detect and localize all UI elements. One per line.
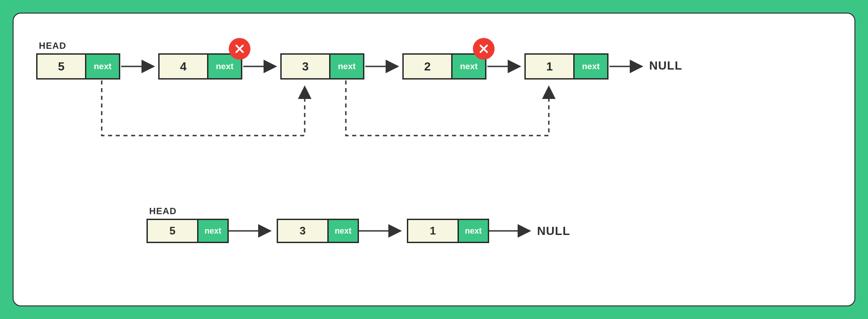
delete-badge-node-4 [473,38,495,60]
bottom-node-1: 5 next [146,219,229,243]
node-next-label: next [198,220,227,242]
head-label-top: HEAD [39,41,66,51]
null-label-bottom: NULL [537,224,570,238]
top-node-3: 3 next [280,53,364,80]
node-value: 2 [404,55,453,78]
top-node-4: 2 next [402,53,486,80]
top-node-5: 1 next [524,53,609,80]
node-value: 1 [526,55,575,78]
node-value: 3 [278,220,329,242]
null-label-top: NULL [649,59,682,73]
head-label-bottom: HEAD [149,206,177,216]
node-value: 5 [38,55,86,78]
node-next-label: next [330,55,363,78]
node-next-label: next [329,220,358,242]
close-icon [479,44,489,54]
node-value: 4 [160,55,208,78]
bottom-node-2: 3 next [277,219,359,243]
bottom-node-3: 1 next [407,219,489,243]
node-value: 3 [282,55,330,78]
diagram-panel: HEAD 5 next 4 next 3 next 2 next 1 next … [13,13,855,306]
delete-badge-node-2 [229,38,250,60]
top-node-1: 5 next [36,53,120,80]
node-value: 1 [408,220,459,242]
node-next-label: next [459,220,488,242]
close-icon [235,44,245,54]
node-value: 5 [148,220,198,242]
top-node-2: 4 next [158,53,242,80]
node-next-label: next [575,55,607,78]
node-next-label: next [86,55,119,78]
